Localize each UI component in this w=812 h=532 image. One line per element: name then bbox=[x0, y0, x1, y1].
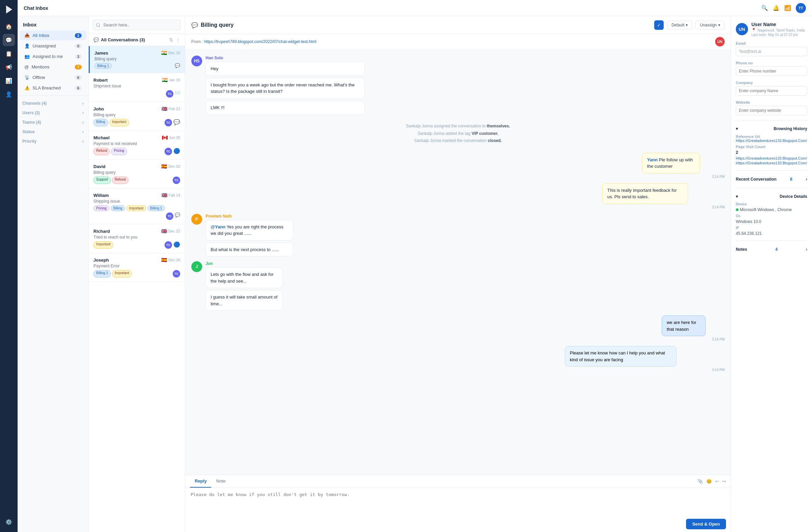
sidebar-section-channels[interactable]: Channels (4) › bbox=[18, 98, 88, 107]
conv-tags: Pricing Billing Important Billing 1 TC 💬 bbox=[93, 205, 180, 220]
conv-preview: Billing query bbox=[93, 170, 180, 175]
resolve-button[interactable]: ✓ bbox=[654, 20, 664, 30]
chevron-down-icon: ▾ bbox=[686, 23, 688, 27]
sidebar-section-users[interactable]: Users (2) › bbox=[18, 107, 88, 116]
url-link-1[interactable]: Https://Greatadventures133.Blogspot.Com/ bbox=[736, 156, 807, 160]
chevron-down-icon: ▾ bbox=[718, 23, 720, 27]
sidebar-item-assigned-label: Assigned to me bbox=[32, 54, 72, 59]
visit-count-label: Page Visit Count bbox=[736, 145, 807, 149]
last-seen: Last seen: May 01 at 07:22 pm bbox=[751, 33, 805, 37]
sidebar-item-assigned-to-me[interactable]: 👥 Assigned to me 3 bbox=[20, 52, 86, 61]
conv-name: Michael bbox=[93, 135, 110, 140]
sidebar-section-teams[interactable]: Teams (4) › bbox=[18, 116, 88, 126]
conv-tags: Billing 1 Important TC bbox=[93, 270, 180, 278]
tag: Billing bbox=[111, 205, 125, 211]
conv-item-james[interactable]: James 🇮🇳 Dec 15 Billing query Billing 1 … bbox=[89, 46, 185, 73]
recent-conv-header[interactable]: Recent Conversation 6 › bbox=[736, 176, 807, 183]
reply-actions: 📎 😊 ↩ ↪ bbox=[698, 475, 726, 488]
sort-icon[interactable]: ⇅ bbox=[169, 37, 173, 42]
url-link-2[interactable]: Https://Greatadventures133.Blogspot.Com/ bbox=[736, 161, 807, 165]
msg-time: 3:14 PM bbox=[565, 368, 725, 372]
more-icon[interactable]: ⋮ bbox=[176, 37, 180, 42]
chevron-down-icon: ▾ bbox=[736, 194, 738, 199]
search-input[interactable] bbox=[93, 20, 181, 30]
conv-item-robert[interactable]: Robert 🇮🇳 Jan 15 Shipment issue TC ✉️ bbox=[89, 73, 185, 102]
conv-date: 🇬🇧 Feb 23 bbox=[161, 106, 180, 111]
han-messages: Han Solo Hey I bought from you a week ag… bbox=[205, 56, 433, 114]
nav-home-icon[interactable]: 🏠 bbox=[3, 20, 15, 32]
conv-item-david[interactable]: David 🇪🇸 Dec 02 Billing query Support Re… bbox=[89, 159, 185, 188]
from-link[interactable]: https://trupesh789.blogspot.com/2022/07/… bbox=[204, 39, 317, 44]
conv-item-john[interactable]: John 🇬🇧 Feb 23 Billing query Billing Imp… bbox=[89, 102, 185, 131]
sidebar-section-priority[interactable]: Priority › bbox=[18, 136, 88, 145]
msg-bubble: This is really important feedback for us… bbox=[602, 183, 688, 204]
nav-campaign-icon[interactable]: 📢 bbox=[3, 61, 15, 73]
redo-icon[interactable]: ↪ bbox=[722, 479, 726, 484]
reply-footer: Send & Open bbox=[185, 516, 731, 532]
sidebar-item-all-inbox[interactable]: 📥 All Inbox 2 bbox=[20, 30, 86, 40]
unassigned-badge: 0 bbox=[75, 44, 82, 48]
nav-contacts-icon[interactable]: 📋 bbox=[3, 47, 15, 60]
mention: Yann bbox=[647, 157, 657, 162]
nav-users-icon[interactable]: 👤 bbox=[3, 88, 15, 100]
han-avatar: HS bbox=[191, 56, 202, 67]
logo-icon[interactable] bbox=[3, 4, 14, 15]
device-details-header[interactable]: ▾ Device Details bbox=[736, 193, 807, 200]
sidebar-item-unassigned[interactable]: 👤 Unassigned 0 bbox=[20, 41, 86, 51]
device-value: Microsoft Windows , Chrome bbox=[736, 207, 807, 212]
msg-bubble: But what is the next process to ...... bbox=[205, 243, 293, 257]
chevron-right-icon: › bbox=[806, 177, 807, 182]
conv-name: David bbox=[93, 164, 105, 169]
chat-from: From : https://trupesh789.blogspot.com/2… bbox=[185, 34, 731, 50]
ref-url-link[interactable]: Https://Greatadventures133.Blogspot.Com/ bbox=[736, 139, 807, 143]
list-actions[interactable]: ⇅ ⋮ bbox=[169, 37, 180, 42]
phone-input[interactable] bbox=[736, 67, 807, 76]
tag: Important bbox=[93, 241, 113, 249]
conv-item-william[interactable]: William 🇬🇧 Fab 14 Shipping issue Pricing… bbox=[89, 188, 185, 224]
emoji-icon[interactable]: 😊 bbox=[706, 479, 712, 484]
browsing-history-header[interactable]: ▾ Browsing History bbox=[736, 125, 807, 132]
email-label: Email bbox=[736, 41, 807, 45]
reply-input[interactable] bbox=[185, 488, 731, 515]
reply-area: Reply Note 📎 😊 ↩ ↪ Send & Open bbox=[185, 475, 731, 532]
sidebar-section-status[interactable]: Status › bbox=[18, 126, 88, 136]
conv-item-joseph[interactable]: Joseph 🇪🇸 Dec 26 Payment Error Billing 1… bbox=[89, 253, 185, 282]
msg-row-note1: Yann Ple follow up with the customer 3:1… bbox=[191, 153, 725, 179]
msg-bubble: Hey bbox=[205, 62, 365, 76]
conv-tags: Billing 1 💬 bbox=[95, 63, 180, 69]
os-value: Windows 10.0 bbox=[736, 219, 807, 224]
chat-content: 💬 Billing query ✓ Default ▾ Unassign ▾ bbox=[185, 16, 731, 532]
divider bbox=[736, 170, 807, 171]
note-content: Yann Ple follow up with the customer 3:1… bbox=[642, 153, 725, 179]
tab-note[interactable]: Note bbox=[211, 475, 230, 488]
nav-reports-icon[interactable]: 📊 bbox=[3, 74, 15, 87]
sidebar-item-mentions[interactable]: @ Mentions 7 bbox=[20, 62, 86, 72]
nav-settings-icon[interactable]: ⚙️ bbox=[3, 516, 15, 528]
msg-bubble: we are here for that reason bbox=[662, 316, 706, 336]
website-input[interactable] bbox=[736, 106, 807, 115]
chat-title: 💬 Billing query bbox=[191, 22, 650, 28]
email-input[interactable] bbox=[736, 47, 807, 56]
send-open-button[interactable]: Send & Open bbox=[686, 519, 726, 529]
msg-row-jon: J Jon Lets go with the flow and ask for … bbox=[191, 261, 725, 311]
default-button[interactable]: Default ▾ bbox=[667, 21, 692, 29]
sidebar-item-offline[interactable]: 📡 Offline 6 bbox=[20, 72, 86, 82]
conv-item-richard[interactable]: Richard 🇬🇧 Dec 22 Tried to reach out to … bbox=[89, 224, 185, 253]
tab-reply[interactable]: Reply bbox=[190, 475, 211, 488]
sidebar-item-sla[interactable]: ⚠️ SLA Breached 6 bbox=[20, 83, 86, 93]
conv-date: 🇮🇳 Dec 15 bbox=[161, 50, 180, 56]
attachment-icon[interactable]: 📎 bbox=[698, 479, 703, 484]
notes-header[interactable]: Notes 4 › bbox=[736, 246, 807, 253]
undo-icon[interactable]: ↩ bbox=[715, 479, 719, 484]
company-input[interactable] bbox=[736, 86, 807, 96]
chevron-right-icon: › bbox=[806, 247, 807, 252]
msg-row-han: HS Han Solo Hey I bought from you a week… bbox=[191, 56, 725, 114]
unassign-button[interactable]: Unassign ▾ bbox=[696, 21, 725, 29]
msg-bubble: LMK !!! bbox=[205, 101, 365, 115]
msg-bubble: I bought from you a week ago but the ord… bbox=[205, 78, 365, 99]
assigned-badge: 3 bbox=[75, 54, 82, 59]
conv-item-michael[interactable]: Michael 🇨🇦 Jun 30 Payment is not receive… bbox=[89, 131, 185, 159]
tag: Billing 1 bbox=[95, 63, 112, 69]
nav-chat-icon[interactable]: 💬 bbox=[3, 34, 15, 46]
chat-bubble-icon: 💬 bbox=[191, 22, 198, 28]
